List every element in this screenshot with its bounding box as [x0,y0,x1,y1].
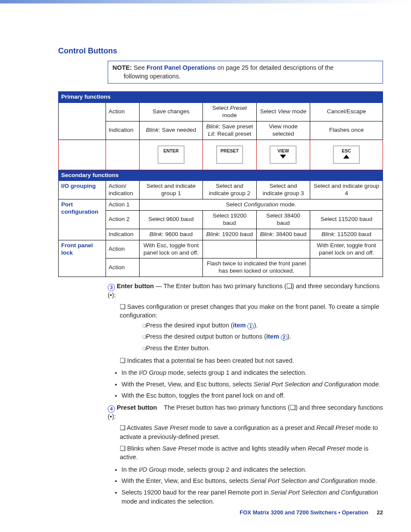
table-row: Indication Blink: Save needed Blink: Sav… [59,121,383,140]
note-label: NOTE: [112,64,132,71]
list-item: In the I/O Group mode, selects group 2 a… [121,465,383,474]
callout-3-icon: 3 [108,284,115,291]
cell: Blink: 38400 baud [256,229,310,240]
page-footer: FOX Matrix 3200 and 7200 Switchers • Ope… [240,509,383,516]
cell: Blink: 9600 baud [140,229,203,240]
list-item: In the I/O Group mode, selects group 1 a… [121,368,383,377]
table-row: Action 2 Select 9600 baud Select 19200 b… [59,211,383,229]
cell [140,258,203,277]
footer-product: FOX Matrix 3200 and 7200 Switchers • Ope… [240,509,368,516]
triangle-down-icon [270,155,296,159]
list-item: Selects 19200 baud for the rear panel Re… [121,488,383,506]
cell: Select and indicate group 4 [310,181,383,199]
list-item: Saves configuration or preset changes th… [120,302,383,353]
esc-button-graphic: ESC [333,146,360,164]
cell: Select and indicate group 1 [140,181,203,199]
cell: Select Preset mode [203,103,257,121]
cell: Select 9600 baud [140,211,203,229]
action-label: Action [106,103,140,121]
cell: Select and indicate group 3 [256,181,310,199]
section-heading: Control Buttons [58,47,383,56]
cell: Blink: 19200 baud [203,229,257,240]
preset-button-graphic: PRESET [216,146,243,164]
action1-label: Action 1 [106,199,140,211]
cell: Blink: 115200 baud [310,229,383,240]
cell: With Enter, toggle front panel lock on a… [310,240,383,258]
cell: View mode selected [256,121,310,140]
list-item: Press the Enter button. [142,344,383,353]
table-row: Port configuration Action 1 Select Confi… [59,199,383,211]
list-item: Indicates that a potential tie has been … [120,356,383,365]
secondary-functions-header: Secondary functions [59,170,383,181]
action-label: Action [106,240,140,258]
list-item: Blinks when Save Preset mode is active a… [120,444,383,462]
table-row: Indication Blink: 9600 baud Blink: 19200… [59,229,383,240]
table-row: Action Flash twice to indicated the fron… [59,258,383,277]
io-grouping-label: I/O grouping [59,181,106,199]
list-item: With the Preset, View, and Esc buttons, … [121,380,383,389]
list-item: Press the desired output button or butto… [142,332,383,341]
note-text-pre: See [134,64,146,71]
indication-label: Indication [106,229,140,240]
page-content: Control Buttons NOTE: See Front Panel Op… [0,3,411,506]
cell: Blink: Save needed [140,121,203,140]
cell [203,240,257,258]
front-panel-lock-label: Front panel lock [59,240,106,277]
cell: Blink: Save presetLit: Recall preset [203,121,257,140]
list-item: With the Esc button, toggles the front p… [121,391,383,400]
cell: Select 38400 baud [256,211,310,229]
port-config-label: Port configuration [59,199,106,240]
preset-button-title: Preset button [117,404,157,411]
cell: Save changes [140,103,203,121]
note-box: NOTE: See Front Panel Operations on page… [108,61,383,84]
action-label: Action [106,258,140,277]
action2-label: Action 2 [106,211,140,229]
callout-1-icon: 1 [247,323,254,330]
link-item-2[interactable]: item [266,333,279,340]
cell: Select 115200 baud [310,211,383,229]
list-item: With the Enter, View, and Esc buttons, s… [121,476,383,485]
page-top-stripe [0,0,411,3]
table-row: I/O grouping Action/ indication Select a… [59,181,383,199]
action-indication-label: Action/ indication [106,181,140,199]
enter-button-graphic: ENTER [158,146,184,164]
cell: Select and indicate group 2 [203,181,257,199]
indication-label: Indication [106,121,140,140]
preset-button-section: 4 Preset button The Preset button has tw… [108,404,383,506]
note-text-post: on page 25 for detailed descriptions of … [215,64,333,71]
list-item: Press the desired input button (item 1). [142,321,383,330]
cell [256,240,310,258]
triangle-up-icon [333,155,359,159]
table-row: Action Save changes Select Preset mode S… [59,103,383,121]
cell: Select View mode [256,103,310,121]
link-item-1[interactable]: item [233,322,246,329]
cell: Flash twice to indicated the front panel… [203,258,310,277]
enter-button-section: 3 Enter button — The Enter button has tw… [108,282,383,400]
footer-page-number: 22 [377,509,383,516]
note-line2: following operations. [112,72,378,81]
functions-table: Primary functions Action Save changes Se… [58,91,383,277]
link-front-panel-operations[interactable]: Front Panel Operations [146,64,215,71]
cell: Select 19200 baud [203,211,257,229]
cell: Flashes once [310,121,383,140]
view-button-graphic: VIEW [270,146,296,164]
callout-2-icon: 2 [281,334,287,341]
cell: Cancel/Escape [310,103,383,121]
table-row: Front panel lock Action With Esc, toggle… [59,240,383,258]
cell: Select Configuration mode. [140,199,383,211]
button-row: ENTER PRESET VIEW ESC [59,140,383,170]
list-item: Activates Save Preset mode to save a con… [120,423,383,441]
primary-functions-header: Primary functions [59,92,383,103]
callout-4-icon: 4 [108,405,115,413]
enter-button-title: Enter button [117,283,154,289]
cell [310,258,383,277]
cell: With Esc, toggle front panel lock on and… [140,240,203,258]
